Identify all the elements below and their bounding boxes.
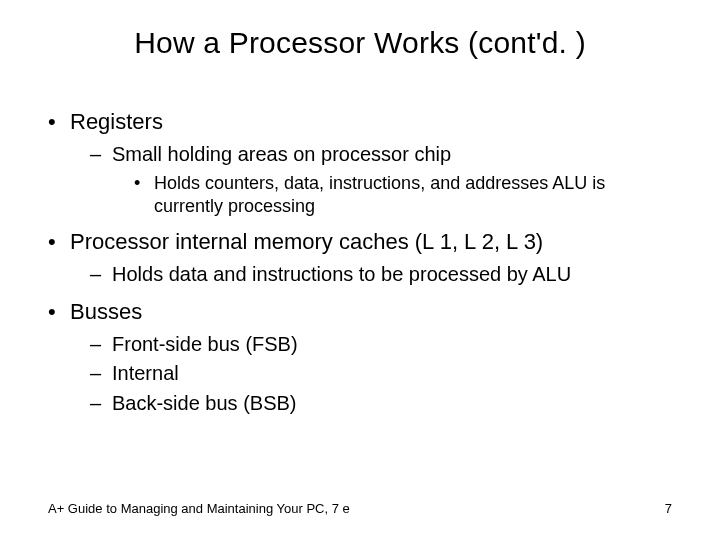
footer-page-number: 7: [665, 501, 672, 516]
bullet-busses-sub1: Front-side bus (FSB): [90, 332, 672, 358]
bullet-busses: Busses: [48, 298, 672, 326]
footer-source: A+ Guide to Managing and Maintaining You…: [48, 501, 350, 516]
bullet-caches-sub1: Holds data and instructions to be proces…: [90, 262, 672, 288]
slide-title: How a Processor Works (cont'd. ): [0, 26, 720, 60]
bullet-registers-sub1a: Holds counters, data, instructions, and …: [134, 172, 672, 218]
slide-body: Registers Small holding areas on process…: [48, 108, 672, 421]
bullet-caches: Processor internal memory caches (L 1, L…: [48, 228, 672, 256]
bullet-busses-sub3: Back-side bus (BSB): [90, 391, 672, 417]
bullet-registers-sub1: Small holding areas on processor chip: [90, 142, 672, 168]
bullet-registers: Registers: [48, 108, 672, 136]
slide: How a Processor Works (cont'd. ) Registe…: [0, 0, 720, 540]
bullet-busses-sub2: Internal: [90, 361, 672, 387]
